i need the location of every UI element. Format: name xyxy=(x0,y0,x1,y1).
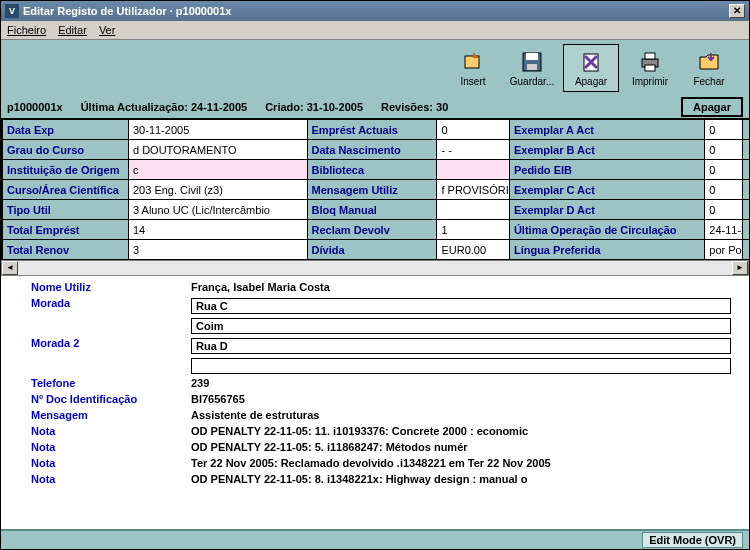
grid-row: Curso/Área Científica203 Eng. Civil (z3)… xyxy=(3,180,749,200)
field-label: Total Renov xyxy=(3,240,129,260)
scroll-right-icon[interactable]: ► xyxy=(732,261,748,275)
field-value[interactable] xyxy=(437,160,509,180)
svg-rect-3 xyxy=(527,64,537,70)
note-1: OD PENALTY 22-11-05: 11. i10193376: Conc… xyxy=(191,425,749,437)
menu-edit[interactable]: Editar xyxy=(58,24,87,36)
field-value[interactable]: 24-11-2 xyxy=(705,220,743,240)
field-label: Data Nascimento xyxy=(308,140,438,160)
address2-line-1[interactable]: Rua D xyxy=(191,338,731,354)
field-label: Mensagem Utiliz xyxy=(308,180,438,200)
address2-label: Morada 2 xyxy=(1,337,191,349)
field-value[interactable]: 1 xyxy=(437,220,509,240)
field-label: Última Operação de Circulação xyxy=(510,220,705,240)
field-label: Exemplar B Act xyxy=(510,140,705,160)
detail-panel: Nome UtilizFrança, Isabel Maria Costa Mo… xyxy=(1,276,749,529)
field-value[interactable]: 3 Aluno UC (Lic/Intercâmbio xyxy=(129,200,308,220)
toolbar: Insert Guardar... Apagar Imprimir Fechar xyxy=(1,40,749,96)
field-value[interactable]: 0 xyxy=(437,120,509,140)
app-icon: V xyxy=(5,4,19,18)
field-value[interactable]: d DOUTORAMENTO xyxy=(129,140,308,160)
field-value[interactable]: 0 xyxy=(705,140,743,160)
field-label: Dívida xyxy=(308,240,438,260)
field-label: Tipo Util xyxy=(3,200,129,220)
close-window-button[interactable]: ✕ xyxy=(729,4,745,18)
message-label: Mensagem xyxy=(1,409,191,421)
field-grid: Data Exp30-11-2005Emprést Actuais0Exempl… xyxy=(1,118,749,260)
note-label: Nota xyxy=(1,473,191,485)
field-value[interactable]: por Po xyxy=(705,240,743,260)
save-icon xyxy=(520,50,544,74)
field-value[interactable]: 0 xyxy=(705,200,743,220)
note-3: Ter 22 Nov 2005: Reclamado devolvido .i1… xyxy=(191,457,749,469)
save-button[interactable]: Guardar... xyxy=(504,44,560,92)
folder-icon xyxy=(697,50,721,74)
field-value[interactable]: 0 xyxy=(705,120,743,140)
note-label: Nota xyxy=(1,425,191,437)
note-label: Nota xyxy=(1,457,191,469)
field-value[interactable]: 203 Eng. Civil (z3) xyxy=(129,180,308,200)
name-label: Nome Utiliz xyxy=(1,281,191,293)
title-bar: V Editar Registo de Utilizador · p100000… xyxy=(1,1,749,21)
field-value[interactable]: - - xyxy=(437,140,509,160)
edit-mode-indicator: Edit Mode (OVR) xyxy=(642,532,743,548)
field-value[interactable] xyxy=(437,200,509,220)
field-label: Exemplar D Act xyxy=(510,200,705,220)
svg-rect-7 xyxy=(645,65,655,71)
created-date: Criado: 31-10-2005 xyxy=(265,101,363,113)
last-updated: Última Actualização: 24-11-2005 xyxy=(81,101,248,113)
menu-view[interactable]: Ver xyxy=(99,24,116,36)
field-value[interactable]: 14 xyxy=(129,220,308,240)
phone-label: Telefone xyxy=(1,377,191,389)
field-label: Reclam Devolv xyxy=(308,220,438,240)
insert-icon xyxy=(461,50,485,74)
field-label: Data Exp xyxy=(3,120,129,140)
phone-value: 239 xyxy=(191,377,749,389)
print-button[interactable]: Imprimir xyxy=(622,44,678,92)
delete-button[interactable]: Apagar xyxy=(563,44,619,92)
field-label: Pedido EIB xyxy=(510,160,705,180)
status-bar: Edit Mode (OVR) xyxy=(1,529,749,549)
field-value[interactable]: 30-11-2005 xyxy=(129,120,308,140)
scroll-left-icon[interactable]: ◄ xyxy=(2,261,18,275)
menu-file[interactable]: Ficheiro xyxy=(7,24,46,36)
field-value[interactable]: 0 xyxy=(705,160,743,180)
field-label: Total Emprést xyxy=(3,220,129,240)
name-value: França, Isabel Maria Costa xyxy=(191,281,749,293)
menu-bar: Ficheiro Editar Ver xyxy=(1,21,749,40)
field-label: Emprést Actuais xyxy=(308,120,438,140)
field-label: Biblioteca xyxy=(308,160,438,180)
note-4: OD PENALTY 22-11-05: 8. i1348221x: Highw… xyxy=(191,473,749,485)
field-label: Língua Preferida xyxy=(510,240,705,260)
record-id: p1000001x xyxy=(7,101,63,113)
note-2: OD PENALTY 22-11-05: 5. i11868247: Métod… xyxy=(191,441,749,453)
info-bar: p1000001x Última Actualização: 24-11-200… xyxy=(1,96,749,118)
grid-row: Grau do Cursod DOUTORAMENTOData Nascimen… xyxy=(3,140,749,160)
delete-icon xyxy=(579,50,603,74)
note-label: Nota xyxy=(1,441,191,453)
doc-label: Nº Doc Identificação xyxy=(1,393,191,405)
close-button[interactable]: Fechar xyxy=(681,44,737,92)
field-value[interactable]: EUR0.00 xyxy=(437,240,509,260)
print-icon xyxy=(638,50,662,74)
field-label: Bloq Manual xyxy=(308,200,438,220)
field-label: Exemplar A Act xyxy=(510,120,705,140)
window-title: Editar Registo de Utilizador · p1000001x xyxy=(23,5,231,17)
field-value[interactable]: c xyxy=(129,160,308,180)
grid-row: Tipo Util3 Aluno UC (Lic/IntercâmbioBloq… xyxy=(3,200,749,220)
field-label: Instituição de Origem xyxy=(3,160,129,180)
address-line-1[interactable]: Rua C xyxy=(191,298,731,314)
field-value[interactable]: 3 xyxy=(129,240,308,260)
delete-record-button[interactable]: Apagar xyxy=(681,97,743,117)
grid-row: Total Emprést14Reclam Devolv1Última Oper… xyxy=(3,220,749,240)
field-label: Exemplar C Act xyxy=(510,180,705,200)
address2-line-2[interactable] xyxy=(191,358,731,374)
insert-button[interactable]: Insert xyxy=(445,44,501,92)
field-value[interactable]: f PROVISÓRIO xyxy=(437,180,509,200)
horizontal-scrollbar[interactable]: ◄ ► xyxy=(1,260,749,276)
doc-value: BI7656765 xyxy=(191,393,749,405)
field-label: Curso/Área Científica xyxy=(3,180,129,200)
svg-rect-2 xyxy=(526,53,538,60)
address-line-2[interactable]: Coim xyxy=(191,318,731,334)
grid-row: Data Exp30-11-2005Emprést Actuais0Exempl… xyxy=(3,120,749,140)
field-value[interactable]: 0 xyxy=(705,180,743,200)
